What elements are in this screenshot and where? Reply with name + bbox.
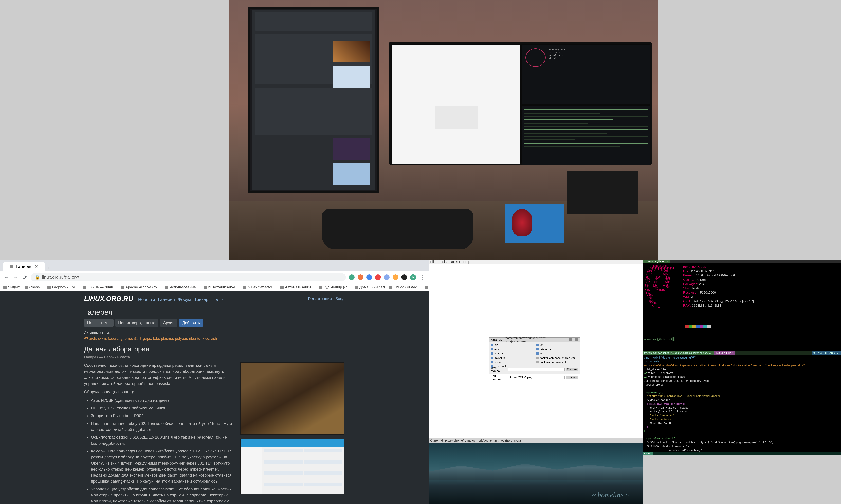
file-list-col1[interactable]: binenvimagesmysql-initnodesendmail — [489, 342, 534, 365]
hot-tags-label: Активные теги: — [84, 331, 344, 335]
filter-pill[interactable]: Новые темы — [84, 319, 114, 327]
open-button[interactable]: Открыть — [566, 367, 578, 371]
close-icon[interactable]: × — [35, 264, 38, 269]
nav-link[interactable]: Форум — [178, 297, 191, 302]
file-item[interactable]: env — [491, 347, 533, 352]
list-item: Паяльная станция Lukey 702. Только сейча… — [91, 420, 234, 433]
tag-link[interactable]: i3 — [134, 336, 137, 341]
menu-item[interactable]: Help — [463, 260, 470, 264]
menu-item[interactable]: File — [430, 260, 436, 264]
tag-link[interactable]: gnome — [120, 336, 132, 341]
vim-statusbar: <Bash 42% 66:29 — [642, 452, 841, 455]
filter-pill[interactable]: Неподтвержденные — [115, 319, 158, 327]
bookmark-item[interactable]: Использование… — [165, 285, 200, 289]
tag-link[interactable]: kde — [153, 336, 159, 341]
ext-icon[interactable] — [384, 274, 390, 280]
site-content: LINUX.ORG.RU НовостиГалереяФорумТрекерПо… — [0, 291, 429, 504]
tab-bar: Галерея × + — [0, 259, 429, 271]
bookmark-item[interactable]: Apache Archiva Co… — [121, 285, 161, 289]
file-item[interactable]: mysql-init — [491, 356, 533, 360]
article-title[interactable]: Дачная лаборатория — [84, 345, 344, 353]
tag-link[interactable]: zsh — [211, 336, 217, 341]
filter-pill[interactable]: Добавить — [179, 319, 203, 327]
nav-link[interactable]: Трекер — [194, 297, 208, 302]
term-titlebar: romanov@t-deb ~ — [642, 259, 841, 263]
bookmark-item[interactable]: Автоматизация… — [280, 285, 315, 289]
tag-link[interactable]: polybar — [175, 336, 187, 341]
nav-link[interactable]: Галерея — [158, 297, 175, 302]
screenshot-thumb[interactable] — [240, 439, 344, 494]
cancel-button[interactable]: Отмена — [566, 376, 578, 379]
ext-icon[interactable] — [393, 274, 398, 280]
filetype-field[interactable]: Docker YML (*.yml) — [508, 376, 565, 379]
nav-link[interactable]: Новости — [138, 297, 155, 302]
url-text: linux.org.ru/gallery/ — [42, 274, 79, 280]
profile-icon[interactable]: R — [410, 274, 416, 280]
nav-link[interactable]: Поиск — [211, 297, 223, 302]
bookmark-item[interactable]: CHANNELLE… — [425, 285, 429, 289]
home-icon[interactable] — [576, 338, 579, 341]
up-icon[interactable] — [569, 338, 572, 341]
bookmark-item[interactable]: Chess… — [24, 285, 44, 289]
login-link[interactable]: Вход — [336, 296, 344, 301]
url-bar[interactable]: 🔒 linux.org.ru/gallery/ — [31, 273, 346, 282]
back-icon[interactable]: ← — [3, 274, 10, 280]
top-nav: НовостиГалереяФорумТрекерПоиск — [138, 297, 223, 302]
tab-title: Галерея — [16, 264, 33, 269]
register-link[interactable]: Регистрация — [308, 296, 332, 301]
file-item[interactable]: tor — [536, 343, 578, 347]
wallpaper: ~ homeline ~ — [429, 443, 642, 504]
reload-icon[interactable]: ⟳ — [21, 274, 28, 280]
file-item[interactable]: docker-compose.shared.yml — [536, 356, 578, 360]
filename-field[interactable]: docker-compose.shared.yml — [508, 367, 565, 371]
photo-thumb[interactable] — [240, 362, 344, 435]
list-item: Asus N75SF (Доживает свои дни на даче) — [91, 397, 234, 403]
breadcrumb: Галерея — Рабочие места — [84, 355, 344, 359]
menu-item[interactable]: Tools — [439, 260, 447, 264]
bookmark-item[interactable]: Список облас… — [389, 285, 420, 289]
menu-item[interactable]: Docker — [450, 260, 460, 264]
terminal-editor[interactable]: tmux/romanov/t-deb:0(1/0.03)[29/6(68%)]/… — [642, 351, 841, 455]
bookmark-item[interactable]: Dropbox - Fre… — [48, 285, 79, 289]
file-item[interactable]: node — [491, 360, 533, 364]
ext-icon[interactable] — [358, 274, 363, 280]
menu-icon[interactable]: ⋮ — [419, 274, 425, 280]
tag-link[interactable]: ubuntu — [189, 336, 200, 341]
article-images — [240, 362, 344, 504]
bookmark-item[interactable]: nullex/flatfactor… — [243, 285, 276, 289]
bookmark-item[interactable]: 336.ua — Личн… — [83, 285, 117, 289]
bookmark-item[interactable]: nullex/authserve… — [204, 285, 239, 289]
tag-link[interactable]: plasma — [161, 336, 173, 341]
bookmark-item[interactable]: Яндекс — [3, 285, 20, 289]
emacs-buffer[interactable]: Каталог: /home/romanov/work/docker/test-… — [429, 264, 642, 438]
prompt[interactable]: romanov@t-deb:~$ ▊ — [644, 337, 675, 341]
forward-icon[interactable]: → — [13, 274, 18, 280]
emacs-menubar: FileToolsDockerHelp — [429, 259, 642, 264]
site-logo[interactable]: LINUX.ORG.RU — [84, 295, 133, 302]
file-item[interactable]: docker-compose.yml — [536, 360, 578, 364]
ext-icon[interactable] — [375, 274, 381, 280]
file-list-col2[interactable]: toruri-packetvardocker-compose.shared.ym… — [534, 342, 580, 365]
tab-gallery[interactable]: Галерея × — [3, 262, 45, 271]
ext-icon[interactable] — [401, 274, 407, 280]
ext-icon[interactable] — [366, 274, 372, 280]
ext-icon[interactable] — [349, 274, 355, 280]
tag-link[interactable]: fedora — [108, 336, 118, 341]
terminal-neofetch[interactable]: romanov@t-deb ~ _,met$$$$$gg. ,g$$$$$$$$… — [642, 259, 841, 351]
tag-link[interactable]: dwm — [98, 336, 106, 341]
file-item[interactable]: var — [536, 352, 578, 356]
tag-link[interactable]: xfce — [202, 336, 209, 341]
file-item[interactable]: uri-packet — [536, 347, 578, 352]
filter-pill[interactable]: Архив — [160, 319, 177, 327]
tag-link[interactable]: i3-gaps — [139, 336, 151, 341]
pc-tower — [567, 170, 638, 214]
new-tab-button[interactable]: + — [45, 265, 53, 271]
filter-pills: Новые темыНеподтвержденныеАрхивДобавить — [84, 319, 344, 327]
tag-link[interactable]: arch — [89, 336, 96, 341]
file-item[interactable]: bin — [491, 343, 533, 347]
file-item[interactable]: images — [491, 352, 533, 356]
term-user: romanov@t-deb ~ — [642, 259, 670, 263]
bookmark-item[interactable]: Домашний сад — [355, 285, 385, 289]
monitor-left — [248, 7, 379, 193]
bookmark-item[interactable]: Гуд Чешир (C… — [319, 285, 351, 289]
